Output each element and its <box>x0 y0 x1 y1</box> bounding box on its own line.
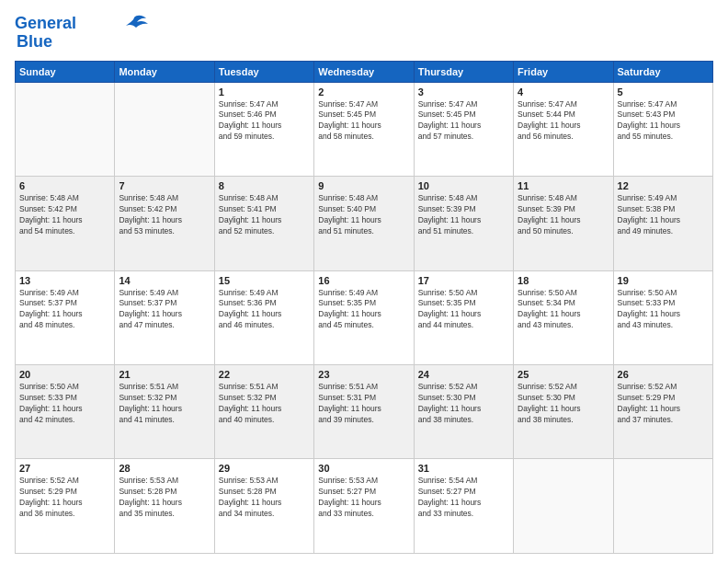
day-info: Sunrise: 5:47 AM Sunset: 5:43 PM Dayligh… <box>618 99 709 144</box>
day-number: 9 <box>318 180 409 191</box>
day-info: Sunrise: 5:50 AM Sunset: 5:33 PM Dayligh… <box>19 382 110 426</box>
weekday-header-thursday: Thursday <box>414 61 513 82</box>
day-info: Sunrise: 5:49 AM Sunset: 5:37 PM Dayligh… <box>19 288 110 332</box>
day-info: Sunrise: 5:49 AM Sunset: 5:37 PM Dayligh… <box>119 288 210 332</box>
calendar-cell: 28Sunrise: 5:53 AM Sunset: 5:28 PM Dayli… <box>115 459 214 554</box>
day-number: 28 <box>119 463 210 474</box>
calendar-week-row: 1Sunrise: 5:47 AM Sunset: 5:46 PM Daylig… <box>16 82 713 176</box>
calendar-week-row: 13Sunrise: 5:49 AM Sunset: 5:37 PM Dayli… <box>16 270 713 364</box>
day-info: Sunrise: 5:48 AM Sunset: 5:40 PM Dayligh… <box>318 193 409 237</box>
day-info: Sunrise: 5:50 AM Sunset: 5:33 PM Dayligh… <box>618 288 709 332</box>
calendar-cell: 1Sunrise: 5:47 AM Sunset: 5:46 PM Daylig… <box>214 82 313 176</box>
day-info: Sunrise: 5:52 AM Sunset: 5:29 PM Dayligh… <box>618 382 709 426</box>
day-number: 21 <box>119 369 210 380</box>
day-info: Sunrise: 5:48 AM Sunset: 5:42 PM Dayligh… <box>19 193 110 237</box>
calendar-cell: 15Sunrise: 5:49 AM Sunset: 5:36 PM Dayli… <box>214 270 313 364</box>
day-number: 12 <box>618 180 709 191</box>
day-info: Sunrise: 5:48 AM Sunset: 5:39 PM Dayligh… <box>518 193 609 237</box>
calendar-cell: 10Sunrise: 5:48 AM Sunset: 5:39 PM Dayli… <box>414 177 513 270</box>
calendar-cell: 4Sunrise: 5:47 AM Sunset: 5:44 PM Daylig… <box>514 82 613 176</box>
calendar-cell: 3Sunrise: 5:47 AM Sunset: 5:45 PM Daylig… <box>414 82 513 176</box>
day-number: 23 <box>318 369 409 380</box>
day-info: Sunrise: 5:51 AM Sunset: 5:31 PM Dayligh… <box>318 382 409 426</box>
day-number: 14 <box>119 275 210 286</box>
day-number: 17 <box>418 275 509 286</box>
day-info: Sunrise: 5:53 AM Sunset: 5:28 PM Dayligh… <box>119 476 210 520</box>
day-info: Sunrise: 5:52 AM Sunset: 5:30 PM Dayligh… <box>418 382 509 426</box>
day-info: Sunrise: 5:47 AM Sunset: 5:44 PM Dayligh… <box>518 99 609 144</box>
day-info: Sunrise: 5:49 AM Sunset: 5:38 PM Dayligh… <box>618 193 709 237</box>
day-info: Sunrise: 5:52 AM Sunset: 5:30 PM Dayligh… <box>518 382 609 426</box>
day-number: 1 <box>219 86 310 98</box>
calendar-cell: 6Sunrise: 5:48 AM Sunset: 5:42 PM Daylig… <box>16 177 115 270</box>
day-number: 16 <box>318 275 409 286</box>
logo-general: General <box>15 14 76 32</box>
day-number: 15 <box>219 275 310 286</box>
calendar-cell: 12Sunrise: 5:49 AM Sunset: 5:38 PM Dayli… <box>613 177 712 270</box>
day-number: 13 <box>19 275 110 286</box>
weekday-header-sunday: Sunday <box>16 61 115 82</box>
logo-text: General <box>15 15 76 33</box>
calendar-cell: 24Sunrise: 5:52 AM Sunset: 5:30 PM Dayli… <box>414 365 513 459</box>
day-info: Sunrise: 5:51 AM Sunset: 5:32 PM Dayligh… <box>119 382 210 426</box>
calendar-cell <box>613 459 712 554</box>
day-info: Sunrise: 5:47 AM Sunset: 5:45 PM Dayligh… <box>418 99 509 144</box>
day-info: Sunrise: 5:50 AM Sunset: 5:35 PM Dayligh… <box>418 288 509 332</box>
calendar-cell <box>16 82 115 176</box>
day-number: 5 <box>618 86 709 98</box>
calendar-cell: 21Sunrise: 5:51 AM Sunset: 5:32 PM Dayli… <box>115 365 214 459</box>
calendar-week-row: 20Sunrise: 5:50 AM Sunset: 5:33 PM Dayli… <box>16 365 713 459</box>
calendar-cell: 30Sunrise: 5:53 AM Sunset: 5:27 PM Dayli… <box>314 459 414 554</box>
calendar-cell: 19Sunrise: 5:50 AM Sunset: 5:33 PM Dayli… <box>613 270 712 364</box>
logo-bird-icon <box>120 14 148 30</box>
calendar-week-row: 27Sunrise: 5:52 AM Sunset: 5:29 PM Dayli… <box>16 459 713 554</box>
day-info: Sunrise: 5:47 AM Sunset: 5:46 PM Dayligh… <box>219 99 310 144</box>
calendar-week-row: 6Sunrise: 5:48 AM Sunset: 5:42 PM Daylig… <box>16 177 713 270</box>
calendar-cell: 26Sunrise: 5:52 AM Sunset: 5:29 PM Dayli… <box>613 365 712 459</box>
calendar-cell: 25Sunrise: 5:52 AM Sunset: 5:30 PM Dayli… <box>514 365 613 459</box>
day-number: 27 <box>19 463 110 474</box>
day-number: 8 <box>219 180 310 191</box>
day-info: Sunrise: 5:47 AM Sunset: 5:45 PM Dayligh… <box>318 99 409 144</box>
page: General Blue SundayMondayTuesdayWednesda… <box>0 0 728 563</box>
day-info: Sunrise: 5:53 AM Sunset: 5:28 PM Dayligh… <box>219 476 310 520</box>
weekday-header-saturday: Saturday <box>613 61 712 82</box>
calendar-cell: 23Sunrise: 5:51 AM Sunset: 5:31 PM Dayli… <box>314 365 414 459</box>
calendar-cell: 9Sunrise: 5:48 AM Sunset: 5:40 PM Daylig… <box>314 177 414 270</box>
calendar-cell: 31Sunrise: 5:54 AM Sunset: 5:27 PM Dayli… <box>414 459 513 554</box>
calendar-cell: 17Sunrise: 5:50 AM Sunset: 5:35 PM Dayli… <box>414 270 513 364</box>
day-number: 7 <box>119 180 210 191</box>
day-number: 2 <box>318 86 409 98</box>
day-number: 26 <box>618 369 709 380</box>
weekday-header-row: SundayMondayTuesdayWednesdayThursdayFrid… <box>16 61 713 82</box>
weekday-header-wednesday: Wednesday <box>314 61 414 82</box>
day-info: Sunrise: 5:48 AM Sunset: 5:42 PM Dayligh… <box>119 193 210 237</box>
weekday-header-monday: Monday <box>115 61 214 82</box>
calendar-cell: 27Sunrise: 5:52 AM Sunset: 5:29 PM Dayli… <box>16 459 115 554</box>
calendar-cell <box>115 82 214 176</box>
calendar-cell: 2Sunrise: 5:47 AM Sunset: 5:45 PM Daylig… <box>314 82 414 176</box>
calendar-cell: 5Sunrise: 5:47 AM Sunset: 5:43 PM Daylig… <box>613 82 712 176</box>
calendar-cell: 11Sunrise: 5:48 AM Sunset: 5:39 PM Dayli… <box>514 177 613 270</box>
day-info: Sunrise: 5:51 AM Sunset: 5:32 PM Dayligh… <box>219 382 310 426</box>
calendar-cell: 18Sunrise: 5:50 AM Sunset: 5:34 PM Dayli… <box>514 270 613 364</box>
calendar-cell: 20Sunrise: 5:50 AM Sunset: 5:33 PM Dayli… <box>16 365 115 459</box>
logo: General Blue <box>15 15 148 52</box>
weekday-header-friday: Friday <box>514 61 613 82</box>
calendar-cell: 7Sunrise: 5:48 AM Sunset: 5:42 PM Daylig… <box>115 177 214 270</box>
day-info: Sunrise: 5:53 AM Sunset: 5:27 PM Dayligh… <box>318 476 409 520</box>
day-number: 25 <box>518 369 609 380</box>
day-number: 30 <box>318 463 409 474</box>
calendar-cell: 14Sunrise: 5:49 AM Sunset: 5:37 PM Dayli… <box>115 270 214 364</box>
calendar-cell <box>514 459 613 554</box>
day-number: 31 <box>418 463 509 474</box>
day-number: 20 <box>19 369 110 380</box>
calendar-cell: 29Sunrise: 5:53 AM Sunset: 5:28 PM Dayli… <box>214 459 313 554</box>
header: General Blue <box>15 15 713 52</box>
day-info: Sunrise: 5:50 AM Sunset: 5:34 PM Dayligh… <box>518 288 609 332</box>
calendar-cell: 8Sunrise: 5:48 AM Sunset: 5:41 PM Daylig… <box>214 177 313 270</box>
day-number: 19 <box>618 275 709 286</box>
day-info: Sunrise: 5:49 AM Sunset: 5:36 PM Dayligh… <box>219 288 310 332</box>
day-number: 29 <box>219 463 310 474</box>
day-number: 22 <box>219 369 310 380</box>
